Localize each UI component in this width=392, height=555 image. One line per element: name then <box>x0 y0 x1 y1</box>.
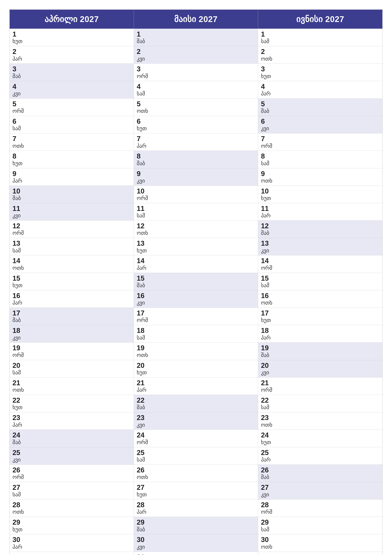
day-number-m2-d14: 14 <box>261 257 379 264</box>
day-number-m0-d12: 12 <box>13 222 131 230</box>
day-name-m0-d8: ხუთ <box>13 160 131 167</box>
day-cell-m2-d23: 23ოთხ <box>258 412 382 430</box>
day-number-m0-d25: 25 <box>13 449 131 456</box>
day-name-m1-d2: კვი <box>137 56 255 62</box>
day-cell-m1-d30: 30კვი <box>134 534 258 552</box>
day-number-m2-d24: 24 <box>261 431 379 439</box>
day-name-m1-d17: ორშ <box>137 317 255 323</box>
day-cell-m1-d27: 27ხუთ <box>134 482 258 499</box>
day-cell-m2-d4: 4პარ <box>258 81 382 98</box>
day-number-m2-d4: 4 <box>261 83 379 90</box>
day-number-m1-d5: 5 <box>137 100 255 108</box>
day-number-m2-d29: 29 <box>261 518 379 526</box>
day-name-m2-d26: შაბ <box>261 474 379 480</box>
day-cell-m2-d1: 1სამ <box>258 29 382 46</box>
day-name-m1-d28: პარ <box>137 509 255 515</box>
day-name-m2-d25: პარ <box>261 456 379 463</box>
day-cell-m2-d28: 28ორშ <box>258 499 382 517</box>
day-name-m2-d8: სამ <box>261 160 379 167</box>
day-cell-m0-d17: 17შაბ <box>10 307 134 325</box>
day-number-m0-d5: 5 <box>13 100 131 108</box>
day-number-m0-d29: 29 <box>13 518 131 526</box>
day-name-m2-d21: ორშ <box>261 387 379 393</box>
day-name-m1-d27: ხუთ <box>137 491 255 498</box>
day-number-m0-d3: 3 <box>13 65 131 73</box>
day-cell-m1-d2: 2კვი <box>134 46 258 63</box>
day-name-m2-d6: კვი <box>261 125 379 132</box>
day-cell-m0-d27: 27სამ <box>10 482 134 499</box>
day-cell-m2-d29: 29სამ <box>258 517 382 534</box>
day-number-m0-d28: 28 <box>13 501 131 509</box>
day-number-m0-d6: 6 <box>13 117 131 125</box>
day-cell-m0-d6: 6სამ <box>10 116 134 133</box>
day-name-m1-d5: ოთხ <box>137 108 255 114</box>
day-name-m0-d17: შაბ <box>13 317 131 323</box>
day-cell-m0-d11: 11კვი <box>10 203 134 220</box>
day-number-m0-d2: 2 <box>13 48 131 55</box>
day-cell-m1-d23: 23კვი <box>134 412 258 430</box>
day-name-m1-d12: ოთხ <box>137 230 255 236</box>
empty-cell-m2-d31 <box>258 552 382 555</box>
day-cell-m1-d28: 28პარ <box>134 499 258 517</box>
day-number-m0-d27: 27 <box>13 484 131 491</box>
day-number-m1-d13: 13 <box>137 240 255 247</box>
day-number-m1-d3: 3 <box>137 65 255 73</box>
day-number-m2-d10: 10 <box>261 187 379 195</box>
day-number-m0-d22: 22 <box>13 396 131 404</box>
day-name-m0-d4: კვი <box>13 90 131 97</box>
day-name-m1-d22: შაბ <box>137 404 255 410</box>
day-cell-m2-d24: 24ხუთ <box>258 430 382 447</box>
day-number-m2-d21: 21 <box>261 379 379 387</box>
day-cell-m1-d22: 22შაბ <box>134 395 258 412</box>
day-name-m1-d21: პარ <box>137 387 255 393</box>
day-name-m0-d15: ხუთ <box>13 282 131 289</box>
day-number-m1-d16: 16 <box>137 292 255 299</box>
day-cell-m0-d22: 22ხუთ <box>10 395 134 412</box>
day-cell-m2-d17: 17ხუთ <box>258 307 382 325</box>
day-cell-m0-d1: 1ხუთ <box>10 29 134 46</box>
day-name-m1-d18: სამ <box>137 335 255 341</box>
day-name-m0-d20: სამ <box>13 369 131 376</box>
day-name-m2-d14: ორშ <box>261 265 379 271</box>
day-number-m1-d24: 24 <box>137 431 255 439</box>
day-cell-m1-d15: 15შაბ <box>134 273 258 290</box>
day-cell-m0-d24: 24შაბ <box>10 430 134 447</box>
day-name-m0-d16: პარ <box>13 299 131 306</box>
day-cell-m2-d8: 8სამ <box>258 151 382 168</box>
day-name-m1-d16: კვი <box>137 299 255 306</box>
day-cell-m0-d7: 7ოთხ <box>10 133 134 151</box>
day-name-m0-d22: ხუთ <box>13 404 131 410</box>
day-number-m1-d20: 20 <box>137 362 255 369</box>
day-name-m2-d27: კვი <box>261 491 379 498</box>
day-cell-m1-d6: 6ხუთ <box>134 116 258 133</box>
day-name-m0-d2: პარ <box>13 56 131 62</box>
day-name-m2-d3: ხუთ <box>261 73 379 80</box>
day-number-m2-d9: 9 <box>261 170 379 177</box>
month-header-0: აპრილი 2027 <box>10 10 134 29</box>
month-header-2: ივნისი 2027 <box>258 10 382 29</box>
day-number-m2-d23: 23 <box>261 414 379 422</box>
day-number-m1-d8: 8 <box>137 152 255 160</box>
day-name-m1-d25: სამ <box>137 456 255 463</box>
day-name-m2-d15: სამ <box>261 282 379 289</box>
day-cell-m1-d14: 14პარ <box>134 255 258 273</box>
day-cell-m1-d9: 9კვი <box>134 168 258 186</box>
day-number-m2-d13: 13 <box>261 240 379 247</box>
day-number-m1-d23: 23 <box>137 414 255 422</box>
day-cell-m0-d15: 15ხუთ <box>10 273 134 290</box>
day-name-m0-d9: პარ <box>13 177 131 184</box>
day-cell-m0-d16: 16პარ <box>10 290 134 307</box>
day-name-m0-d26: ორშ <box>13 474 131 480</box>
day-cell-m0-d14: 14ოთხ <box>10 255 134 273</box>
empty-cell-m0-d31 <box>10 552 134 555</box>
day-cell-m0-d30: 30პარ <box>10 534 134 552</box>
day-cell-m0-d4: 4კვი <box>10 81 134 98</box>
day-cell-m2-d9: 9ოთხ <box>258 168 382 186</box>
day-number-m1-d10: 10 <box>137 187 255 195</box>
day-cell-m0-d29: 29ხუთ <box>10 517 134 534</box>
day-number-m0-d18: 18 <box>13 327 131 334</box>
day-cell-m0-d26: 26ორშ <box>10 465 134 482</box>
day-name-m0-d14: ოთხ <box>13 265 131 271</box>
day-cell-m0-d19: 19ორშ <box>10 342 134 360</box>
day-number-m2-d30: 30 <box>261 536 379 543</box>
